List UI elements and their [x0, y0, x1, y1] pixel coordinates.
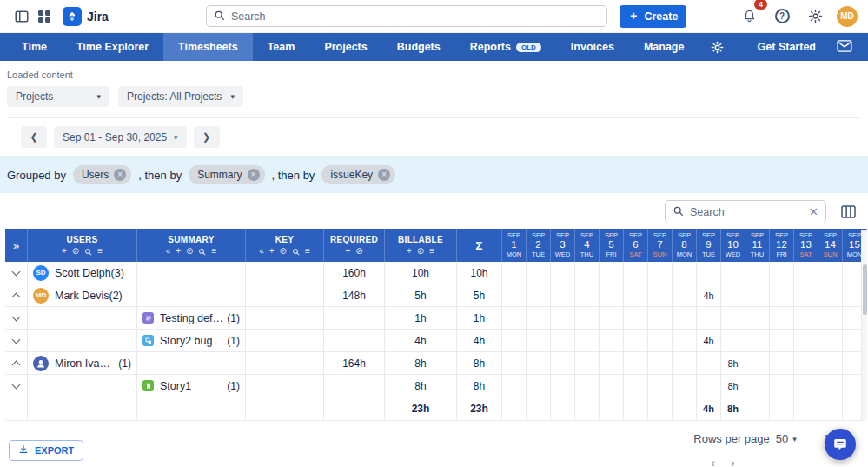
column-settings-icon[interactable]: [837, 201, 859, 223]
day-cell[interactable]: [673, 284, 697, 306]
day-cell[interactable]: [697, 352, 721, 374]
sidebar-toggle-icon[interactable]: [10, 5, 33, 28]
day-cell[interactable]: [648, 352, 673, 374]
help-icon[interactable]: ?: [771, 5, 793, 28]
day-cell[interactable]: [818, 375, 843, 397]
day-cell[interactable]: [721, 307, 745, 329]
day-cell[interactable]: [527, 284, 551, 306]
row-expand-toggle[interactable]: [5, 375, 28, 397]
day-cell[interactable]: [624, 307, 648, 329]
plus-icon[interactable]: +: [269, 247, 275, 256]
day-cell[interactable]: [770, 307, 794, 329]
nav-item-time[interactable]: Time: [7, 33, 62, 61]
row-expand-toggle[interactable]: [5, 352, 28, 374]
rows-per-page-select[interactable]: 50 ▾: [776, 432, 797, 445]
day-cell[interactable]: [770, 330, 794, 351]
nav-item-reports[interactable]: ReportsOLD: [455, 33, 556, 61]
eye-off-icon[interactable]: ⊘: [280, 247, 287, 256]
plus-icon[interactable]: +: [407, 247, 412, 256]
collapse-icon[interactable]: «: [259, 247, 264, 256]
get-started-link[interactable]: Get Started: [758, 41, 816, 53]
plus-icon[interactable]: +: [62, 247, 67, 256]
eye-off-icon[interactable]: ⊘: [72, 247, 79, 256]
day-cell[interactable]: [721, 330, 745, 351]
day-cell[interactable]: [673, 352, 697, 374]
day-cell[interactable]: [575, 284, 600, 306]
day-cell[interactable]: [794, 330, 818, 351]
day-cell[interactable]: 8h: [721, 397, 745, 420]
day-cell[interactable]: [502, 375, 527, 397]
group-chip-summary[interactable]: Summary×: [189, 165, 264, 184]
day-cell[interactable]: [600, 307, 624, 329]
row-expand-toggle[interactable]: [5, 330, 28, 351]
day-cell[interactable]: [648, 330, 673, 351]
row-expand-toggle[interactable]: [5, 262, 28, 284]
day-cell[interactable]: [745, 397, 770, 420]
scrollbar-thumb[interactable]: [863, 264, 867, 315]
day-cell[interactable]: [648, 262, 673, 284]
search-icon[interactable]: [292, 248, 300, 256]
day-cell[interactable]: [770, 352, 794, 374]
day-cell[interactable]: [673, 375, 697, 397]
user-avatar[interactable]: MD: [837, 6, 858, 27]
table-search-input[interactable]: Search ✕: [665, 200, 826, 223]
day-cell[interactable]: [794, 352, 818, 374]
day-cell[interactable]: [600, 262, 624, 284]
day-cell[interactable]: [745, 330, 770, 351]
collapse-icon[interactable]: «: [166, 247, 171, 256]
day-cell[interactable]: [818, 307, 843, 329]
nav-item-invoices[interactable]: Invoices: [556, 33, 629, 61]
day-cell[interactable]: [648, 284, 673, 306]
day-cell[interactable]: [575, 397, 600, 420]
export-button[interactable]: EXPORT: [9, 440, 83, 461]
sort-icon[interactable]: ≡: [97, 247, 103, 256]
day-cell[interactable]: [551, 262, 575, 284]
chip-remove-icon[interactable]: ×: [114, 169, 126, 181]
day-cell[interactable]: 4h: [697, 397, 721, 420]
day-cell[interactable]: [502, 397, 527, 420]
day-cell[interactable]: [673, 262, 697, 284]
sort-icon[interactable]: ≡: [211, 247, 216, 256]
day-cell[interactable]: [551, 397, 575, 420]
chip-remove-icon[interactable]: ×: [378, 169, 390, 181]
next-page-icon[interactable]: ›: [731, 455, 735, 467]
vertical-scrollbar[interactable]: [861, 230, 867, 421]
scope-select[interactable]: Projects ▾: [7, 86, 109, 107]
day-cell[interactable]: [745, 375, 770, 397]
day-cell[interactable]: [770, 262, 794, 284]
day-cell[interactable]: [502, 352, 527, 374]
eye-off-icon[interactable]: ⊘: [186, 247, 193, 256]
day-cell[interactable]: [527, 352, 551, 374]
day-cell[interactable]: [551, 352, 575, 374]
eye-off-icon[interactable]: ⊘: [417, 247, 424, 256]
day-cell[interactable]: [794, 307, 818, 329]
plus-icon[interactable]: +: [176, 247, 181, 256]
day-cell[interactable]: [794, 284, 818, 306]
sort-icon[interactable]: ≡: [429, 247, 434, 256]
day-cell[interactable]: [624, 352, 648, 374]
previous-page-icon[interactable]: ‹: [711, 455, 715, 467]
day-cell[interactable]: 4h: [697, 284, 721, 306]
clear-search-icon[interactable]: ✕: [809, 205, 818, 218]
day-cell[interactable]: [697, 262, 721, 284]
day-cell[interactable]: [527, 397, 551, 420]
day-cell[interactable]: [502, 262, 527, 284]
row-expand-toggle[interactable]: [5, 307, 28, 329]
projects-select[interactable]: Projects: All Projects ▾: [118, 86, 243, 107]
eye-off-icon[interactable]: ⊘: [355, 247, 362, 256]
navbar-gear-icon[interactable]: [699, 33, 736, 61]
day-cell[interactable]: [551, 375, 575, 397]
search-icon[interactable]: [84, 248, 92, 256]
search-icon[interactable]: [198, 248, 206, 256]
day-cell[interactable]: [770, 375, 794, 397]
day-cell[interactable]: [818, 262, 843, 284]
day-cell[interactable]: [624, 375, 648, 397]
day-cell[interactable]: [673, 307, 697, 329]
day-cell[interactable]: [648, 375, 673, 397]
day-cell[interactable]: [502, 330, 527, 351]
day-cell[interactable]: 8h: [721, 375, 745, 397]
day-cell[interactable]: [527, 330, 551, 351]
day-cell[interactable]: [745, 307, 770, 329]
nav-item-time-explorer[interactable]: Time Explorer: [62, 33, 163, 61]
chip-remove-icon[interactable]: ×: [248, 169, 260, 181]
